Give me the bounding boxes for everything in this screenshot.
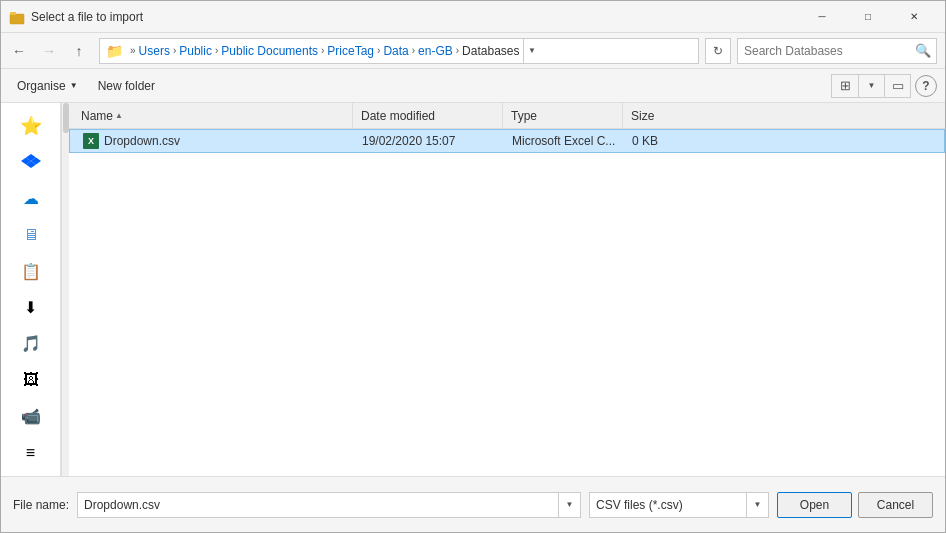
breadcrumb-sep-2: › [215,45,218,56]
excel-icon: X [83,133,99,149]
file-name: Dropdown.csv [104,134,180,148]
file-list: X Dropdown.csv 19/02/2020 15:07 Microsof… [69,129,945,476]
documents-icon: 📋 [19,259,43,283]
column-header-date[interactable]: Date modified [353,103,503,128]
file-icon: X [82,132,100,150]
sidebar-item-pictures[interactable]: 🖼 [9,365,53,395]
filetype-select-wrapper: CSV files (*.csv) All files (*.*) ▼ [589,492,769,518]
desktop-icon: 🖥 [19,223,43,247]
minimize-button[interactable]: ─ [799,1,845,33]
view-buttons: ⊞ ▼ ▭ [831,74,911,98]
file-row[interactable]: X Dropdown.csv 19/02/2020 15:07 Microsof… [69,129,945,153]
new-folder-label: New folder [98,79,155,93]
file-header: Name ▲ Date modified Type Size [69,103,945,129]
breadcrumb-dropdown-button[interactable]: ▼ [523,38,539,64]
open-button[interactable]: Open [777,492,852,518]
pictures-icon: 🖼 [19,368,43,392]
file-size-cell: 0 KB [624,134,704,148]
breadcrumb-pricetag[interactable]: PriceTag [327,44,374,58]
svg-rect-1 [10,12,16,15]
breadcrumb-users[interactable]: Users [139,44,170,58]
breadcrumb-sep-0: » [130,45,136,56]
sidebar-item-videos[interactable]: 📹 [9,401,53,431]
breadcrumb-folder-icon: 📁 [106,43,123,59]
sidebar-scrollbar[interactable] [61,103,69,476]
toolbar-row: Organise ▼ New folder ⊞ ▼ ▭ ? [1,69,945,103]
videos-icon: 📹 [19,405,43,429]
column-name-label: Name [81,109,113,123]
forward-button[interactable]: → [35,37,63,65]
file-date-cell: 19/02/2020 15:07 [354,134,504,148]
bottom-bar: File name: ▼ CSV files (*.csv) All files… [1,476,945,532]
window-controls: ─ □ ✕ [799,1,937,33]
sort-icon: ▲ [115,111,123,120]
file-type-cell: Microsoft Excel C... [504,134,624,148]
help-button[interactable]: ? [915,75,937,97]
sidebar: ⭐ ☁ 🖥 📋 [1,103,61,476]
file-name-label: File name: [13,498,69,512]
more-icon: ≡ [19,441,43,465]
breadcrumb-sep-3: › [321,45,324,56]
search-button[interactable]: 🔍 [910,39,936,63]
maximize-button[interactable]: □ [845,1,891,33]
breadcrumb-data[interactable]: Data [383,44,408,58]
sidebar-item-more[interactable]: ≡ [9,438,53,468]
nav-bar: ← → ↑ 📁 » Users › Public › Public Docume… [1,33,945,69]
file-pane: Name ▲ Date modified Type Size [69,103,945,476]
sidebar-item-quick-access[interactable]: ⭐ [9,111,53,141]
column-header-type[interactable]: Type [503,103,623,128]
search-bar: 🔍 [737,38,937,64]
music-icon: 🎵 [19,332,43,356]
column-header-size[interactable]: Size [623,103,703,128]
breadcrumb-bar: 📁 » Users › Public › Public Documents › … [99,38,699,64]
dialog-icon [9,9,25,25]
view-dropdown-button[interactable]: ▼ [858,74,884,98]
filename-input-wrapper: ▼ [77,492,581,518]
sidebar-item-downloads[interactable]: ⬇ [9,292,53,322]
breadcrumb-current: Databases [462,44,519,58]
breadcrumb-en-gb[interactable]: en-GB [418,44,453,58]
title-bar: Select a file to import ─ □ ✕ [1,1,945,33]
view-icons-button[interactable]: ⊞ [832,74,858,98]
sidebar-item-documents[interactable]: 📋 [9,256,53,286]
up-button[interactable]: ↑ [65,37,93,65]
dropbox-icon [19,150,43,174]
preview-button[interactable]: ▭ [884,74,910,98]
file-open-dialog: Select a file to import ─ □ ✕ ← → ↑ 📁 » … [0,0,946,533]
filename-input[interactable] [78,498,558,512]
filename-dropdown-button[interactable]: ▼ [558,493,580,517]
svg-rect-0 [10,14,24,24]
breadcrumb-sep-1: › [173,45,176,56]
close-button[interactable]: ✕ [891,1,937,33]
breadcrumb-sep-6: › [456,45,459,56]
organise-button[interactable]: Organise ▼ [9,74,86,98]
downloads-icon: ⬇ [19,296,43,320]
sidebar-item-dropbox[interactable] [9,147,53,177]
file-name-cell: X Dropdown.csv [74,132,354,150]
column-type-label: Type [511,109,537,123]
search-input[interactable] [738,44,910,58]
action-buttons: Open Cancel [777,492,933,518]
content-area: ⭐ ☁ 🖥 📋 [1,103,945,476]
onedrive-icon: ☁ [19,187,43,211]
column-date-label: Date modified [361,109,435,123]
sidebar-scroll-thumb [63,103,69,133]
refresh-button[interactable]: ↻ [705,38,731,64]
breadcrumb-sep-5: › [412,45,415,56]
breadcrumb-items: » Users › Public › Public Documents › Pr… [127,44,519,58]
back-button[interactable]: ← [5,37,33,65]
filetype-dropdown-icon: ▼ [746,493,768,517]
breadcrumb-public-documents[interactable]: Public Documents [221,44,318,58]
dialog-title: Select a file to import [31,10,799,24]
column-size-label: Size [631,109,654,123]
breadcrumb-public[interactable]: Public [179,44,212,58]
sidebar-item-onedrive[interactable]: ☁ [9,184,53,214]
cancel-button[interactable]: Cancel [858,492,933,518]
breadcrumb-sep-4: › [377,45,380,56]
star-icon: ⭐ [19,114,43,138]
sidebar-item-music[interactable]: 🎵 [9,329,53,359]
new-folder-button[interactable]: New folder [90,74,163,98]
column-header-name[interactable]: Name ▲ [73,103,353,128]
sidebar-item-desktop[interactable]: 🖥 [9,220,53,250]
filetype-select[interactable]: CSV files (*.csv) All files (*.*) [590,498,746,512]
